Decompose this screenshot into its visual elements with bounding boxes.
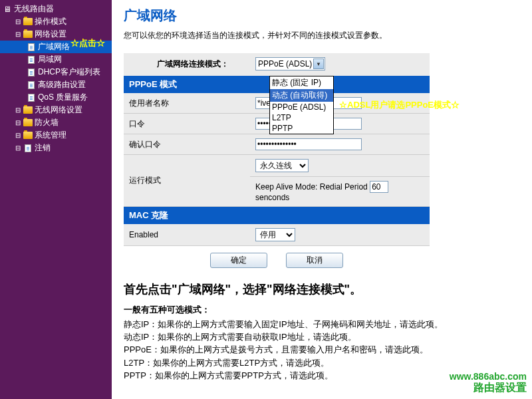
page-icon xyxy=(27,68,36,76)
page-icon xyxy=(27,43,36,51)
toggle-icon: ⊟ xyxy=(15,31,21,38)
sidebar-label: 操作模式 xyxy=(35,16,66,27)
toggle-icon: ⊟ xyxy=(15,132,21,139)
guide-title: 首先点击"广域网络"，选择"网络连接模式"。 xyxy=(124,281,520,297)
sidebar-label: 防火墙 xyxy=(35,117,59,128)
watermark-url: www.886abc.com xyxy=(450,371,527,382)
ok-button[interactable]: 确定 xyxy=(210,253,267,268)
dropdown-option[interactable]: L2TP xyxy=(270,112,333,123)
page-icon xyxy=(23,144,33,152)
dropdown-option[interactable]: 动态 (自动取得) xyxy=(270,89,333,102)
toggle-icon: ⊟ xyxy=(15,119,21,126)
sidebar-label: 广域网络 xyxy=(38,41,70,53)
keepalive-suffix: senconds xyxy=(255,193,289,202)
conn-mode-dropdown[interactable]: 静态 (固定 IP) 动态 (自动取得) PPPoE (ADSL) L2TP P… xyxy=(269,76,334,134)
guide-subtitle: 一般有五种可选模式： xyxy=(124,304,520,316)
sidebar-item-route[interactable]: 高级路由设置 xyxy=(0,78,112,91)
page-icon xyxy=(27,81,36,89)
toggle-icon: ⊟ xyxy=(15,18,21,25)
username-label: 使用者名称 xyxy=(124,93,250,114)
page-title: 广域网络 xyxy=(124,7,520,25)
confirm-label: 确认口令 xyxy=(124,134,250,155)
sidebar-item-firewall[interactable]: ⊟防火墙 xyxy=(0,116,112,129)
conn-mode-label: 广域网络连接模式： xyxy=(124,53,250,76)
folder-icon xyxy=(23,31,33,39)
dropdown-option[interactable]: 静态 (固定 IP) xyxy=(270,76,333,89)
cancel-button[interactable]: 取消 xyxy=(286,253,343,268)
sidebar-label: 注销 xyxy=(35,142,51,154)
confirm-input[interactable] xyxy=(255,138,362,150)
guide-line: 动态IP：如果你的上网方式需要自动获取IP地址，请选此项。 xyxy=(124,331,520,343)
sidebar-label: 无线网络设置 xyxy=(35,104,82,116)
sidebar-item-qos[interactable]: QoS 质量服务 xyxy=(0,91,112,104)
callout-click: ☆点击☆ xyxy=(70,37,105,49)
sidebar-item-wireless[interactable]: ⊟无线网络设置 xyxy=(0,104,112,116)
dropdown-option[interactable]: PPTP xyxy=(270,123,333,134)
sidebar-label: 系统管理 xyxy=(35,130,66,141)
button-row: 确定 取消 xyxy=(124,253,430,268)
sidebar-item-mode[interactable]: ⊟操作模式 xyxy=(0,15,112,28)
sidebar-label: 局域网 xyxy=(38,54,62,65)
toggle-icon: ⊟ xyxy=(15,106,21,114)
main-content: 广域网络 您可以依您的环境选择适当的连接模式，并针对不同的连接模式设置参数。 广… xyxy=(112,0,532,399)
folder-icon xyxy=(23,132,33,140)
keepalive-input[interactable] xyxy=(370,181,388,193)
sidebar-label: DHCP客户端列表 xyxy=(38,66,100,78)
guide-line: L2TP：如果你的上网方式需要L2TP方式，请选此项。 xyxy=(124,357,520,369)
keepalive-text: Keep Alive Mode: Redial Period xyxy=(255,182,368,192)
watermark-text: 路由器设置 xyxy=(473,381,527,395)
enabled-select[interactable]: 停用 xyxy=(255,228,295,241)
sidebar-item-lan[interactable]: 局域网 xyxy=(0,53,112,66)
guide-line: 静态IP：如果你的上网方式需要输入固定IP地址、子网掩码和网关地址，请选此项。 xyxy=(124,319,520,331)
tree-root-label: 无线路由器 xyxy=(14,3,54,15)
sidebar-item-logout[interactable]: ⊟注销 xyxy=(0,142,112,154)
folder-icon xyxy=(23,119,33,127)
password-label: 口令 xyxy=(124,114,250,134)
sidebar-nav: 🖥 无线路由器 ⊟操作模式 ⊟网络设置 广域网络 局域网 DHCP客户端列表 高… xyxy=(0,0,112,399)
folder-icon xyxy=(23,18,33,26)
guide-line: PPPoE：如果你的上网方式是拨号方式，且需要输入用户名和密码，请选此项。 xyxy=(124,344,520,356)
tree-root[interactable]: 🖥 无线路由器 xyxy=(0,3,112,15)
toggle-icon: ⊟ xyxy=(15,144,21,152)
sidebar-item-dhcp[interactable]: DHCP客户端列表 xyxy=(0,66,112,78)
runmode-label: 运行模式 xyxy=(124,155,250,207)
page-icon xyxy=(27,94,36,102)
page-description: 您可以依您的环境选择适当的连接模式，并针对不同的连接模式设置参数。 xyxy=(124,30,520,41)
conn-mode-select[interactable]: PPPoE (ADSL) ▼ xyxy=(255,57,325,70)
folder-icon xyxy=(23,106,33,114)
chevron-down-icon: ▼ xyxy=(313,59,324,69)
section-mac: MAC 克隆 xyxy=(124,207,430,225)
enabled-label: Enabled xyxy=(124,224,250,246)
sidebar-label: 高级路由设置 xyxy=(38,79,86,90)
sidebar-label: 网络设置 xyxy=(35,29,66,40)
dropdown-option[interactable]: PPPoE (ADSL) xyxy=(270,102,333,112)
page-icon xyxy=(27,56,36,64)
router-icon: 🖥 xyxy=(3,5,12,13)
runmode-select[interactable]: 永久连线 xyxy=(255,159,309,172)
callout-adsl: ☆ADSL用户请选PPPoE模式☆ xyxy=(339,99,460,111)
select-value: PPPoE (ADSL) xyxy=(258,59,312,68)
sidebar-label: QoS 质量服务 xyxy=(38,92,88,103)
sidebar-item-system[interactable]: ⊟系统管理 xyxy=(0,129,112,142)
